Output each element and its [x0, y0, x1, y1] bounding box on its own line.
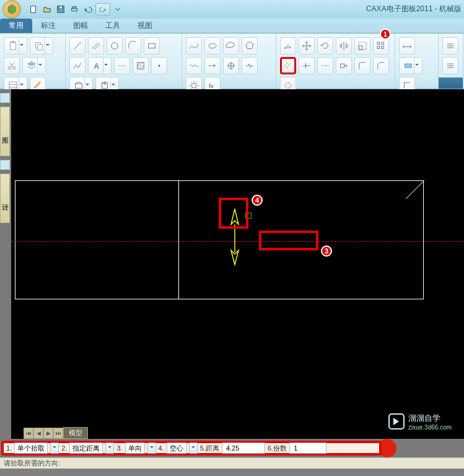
drawing-canvas[interactable]: 4 3 ⏮ ◀ ▶ ⏭ 模型 溜溜自学 zixue.3d66.com — [11, 89, 464, 439]
qat-undo[interactable] — [82, 3, 94, 15]
model-nav-last[interactable]: ⏭ — [53, 428, 63, 439]
opt-5-label: 5.距离 — [200, 444, 219, 453]
btn-chamfer[interactable] — [373, 57, 389, 74]
opt-3-dd[interactable] — [147, 443, 156, 454]
side-min-1[interactable] — [0, 93, 10, 103]
btn-scale[interactable] — [354, 37, 370, 55]
line-icon — [72, 40, 83, 51]
menu-tab-common[interactable]: 常用 — [0, 19, 32, 33]
menu-tab-annotate[interactable]: 标注 — [32, 19, 64, 33]
btn-cloud[interactable] — [223, 37, 239, 55]
btn-hole[interactable] — [223, 57, 239, 74]
dim-linear-icon — [401, 40, 413, 51]
menu-tab-view[interactable]: 视图 — [129, 19, 161, 33]
btn-paste[interactable] — [4, 37, 27, 55]
opt-6-input[interactable]: 1 — [289, 443, 326, 454]
svg-rect-5 — [11, 42, 16, 50]
btn-stretch[interactable] — [336, 57, 352, 74]
btn-ellipse[interactable] — [204, 37, 221, 55]
menu-tab-frame[interactable]: 图幅 — [64, 19, 97, 33]
btn-polygon[interactable] — [242, 37, 258, 55]
btn-polyline[interactable] — [69, 57, 85, 74]
qat-save[interactable] — [55, 3, 67, 15]
btn-overflow-2[interactable] — [442, 57, 458, 74]
btn-move[interactable] — [299, 37, 315, 55]
btn-point[interactable] — [151, 57, 167, 74]
circle-icon — [109, 40, 120, 51]
btn-dim-more[interactable] — [399, 57, 422, 74]
model-nav-next[interactable]: ▶ — [43, 428, 53, 439]
btn-offset[interactable] — [280, 57, 296, 74]
opt-4-num: 4. — [159, 444, 164, 452]
btn-rect[interactable] — [144, 37, 160, 55]
btn-cut[interactable] — [4, 57, 20, 74]
opt-4-dd[interactable] — [189, 443, 198, 454]
clipboard-icon — [7, 40, 19, 51]
btn-centerline[interactable] — [114, 57, 130, 74]
btn-wave[interactable] — [186, 57, 202, 74]
opt-1-dd[interactable] — [50, 443, 59, 454]
model-nav: ⏮ ◀ ▶ ⏭ — [24, 428, 63, 439]
opt-5-input[interactable]: 4.25 — [222, 443, 265, 454]
opt-2-dd[interactable] — [105, 443, 114, 454]
btn-layer[interactable] — [22, 57, 46, 74]
side-tab-library[interactable]: 图库 — [0, 107, 10, 156]
btn-dim-linear[interactable] — [399, 37, 415, 55]
btn-spline[interactable] — [186, 37, 202, 55]
title-bar: CAXA电子图板2011 - 机械版 — [0, 0, 464, 19]
btn-text[interactable]: A — [88, 57, 112, 74]
dim-icon — [403, 60, 414, 71]
menu-tab-tools[interactable]: 工具 — [97, 19, 129, 33]
opt-2-select[interactable]: 指定距离 — [69, 443, 103, 454]
centerline-icon — [116, 60, 128, 71]
btn-erase[interactable] — [280, 37, 296, 55]
svg-rect-13 — [149, 43, 155, 48]
btn-arrow[interactable] — [204, 57, 221, 74]
arc-icon — [128, 40, 139, 51]
qat-new[interactable] — [27, 3, 40, 15]
btn-overflow-1[interactable] — [442, 37, 458, 55]
opt-1-select[interactable]: 单个拾取 — [14, 443, 48, 454]
btn-array[interactable] — [373, 37, 389, 55]
btn-break[interactable] — [242, 57, 258, 74]
watermark-url: zixue.3d66.com — [408, 424, 452, 431]
hole-icon — [225, 60, 237, 71]
side-tab-design[interactable]: 设计 — [0, 174, 10, 223]
drawing-divider — [178, 180, 179, 299]
window-title: CAXA电子图板2011 - 机械版 — [366, 4, 462, 14]
opt-2-num: 2. — [61, 444, 67, 452]
btn-extend[interactable] — [317, 57, 333, 74]
watermark-title: 溜溜自学 — [408, 413, 452, 424]
panel-adv-draw: fx 高级绘图 — [182, 33, 276, 89]
side-min-2[interactable] — [0, 160, 10, 170]
btn-copy[interactable] — [30, 37, 53, 55]
btn-trim[interactable] — [299, 57, 315, 74]
svg-rect-28 — [382, 46, 384, 49]
btn-mirror[interactable] — [336, 37, 352, 55]
erase-icon — [282, 40, 294, 51]
qat-dropdown[interactable] — [112, 3, 124, 15]
svg-rect-30 — [405, 64, 412, 68]
btn-pline[interactable] — [88, 37, 104, 55]
btn-circle[interactable] — [107, 37, 123, 55]
qat-redo[interactable] — [95, 3, 110, 15]
app-logo[interactable] — [2, 0, 21, 19]
btn-hatch[interactable] — [133, 57, 149, 74]
opt-1-num: 1. — [6, 444, 12, 452]
btn-arc[interactable] — [125, 37, 141, 55]
btn-line[interactable] — [69, 37, 85, 55]
hatch-icon — [135, 60, 146, 71]
opt-3-select[interactable]: 单向 — [125, 443, 145, 454]
opt-4-select[interactable]: 空心 — [167, 443, 186, 454]
qat-print[interactable] — [68, 3, 81, 15]
model-tab[interactable]: 模型 — [63, 427, 88, 439]
btn-rotate[interactable] — [317, 37, 333, 55]
model-nav-first[interactable]: ⏮ — [24, 428, 33, 439]
rotate-icon — [320, 40, 331, 51]
layer-icon — [26, 60, 37, 71]
bottom-row: 1. 单个拾取 2. 指定距离 3. 单向 4. 空心 5.距离 4.25 6.… — [0, 439, 464, 457]
btn-fillet[interactable] — [354, 57, 370, 74]
scissors-icon — [6, 60, 17, 71]
qat-open[interactable] — [41, 3, 53, 15]
model-nav-prev[interactable]: ◀ — [33, 428, 43, 439]
